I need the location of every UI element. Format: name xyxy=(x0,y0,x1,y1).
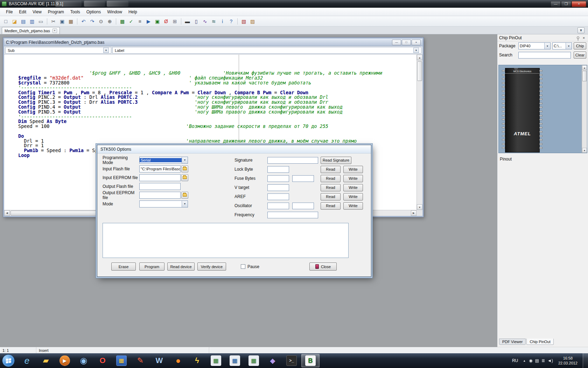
clear-search-button[interactable]: Clear xyxy=(574,52,586,59)
fuse-bytes-write-button[interactable]: Write xyxy=(343,175,363,182)
taskbar-command-prompt[interactable]: >_ xyxy=(282,354,301,367)
graph-viewer-button[interactable]: ∿ xyxy=(201,17,209,25)
taskbar-opera[interactable]: O xyxy=(93,354,112,367)
tray-expand-icon[interactable]: ▲ xyxy=(523,359,526,362)
simulate-button[interactable]: ▶ xyxy=(145,17,153,25)
taskbar-internet-explorer[interactable]: e xyxy=(18,354,36,367)
aref-field-1[interactable] xyxy=(267,193,289,200)
tab-list-button[interactable]: ▼ xyxy=(578,27,584,33)
pdf-viewer-button[interactable]: ▧ xyxy=(240,17,248,25)
aref-read-button[interactable]: Read xyxy=(321,193,341,200)
taskbar-total-commander[interactable]: ▦ xyxy=(112,354,131,367)
lcd-designer-button[interactable]: ▯ xyxy=(192,17,200,25)
print-button[interactable]: ▭ xyxy=(37,17,45,25)
taskbar-flash-utility[interactable]: ϟ xyxy=(188,354,206,367)
menu-file[interactable]: File xyxy=(3,8,16,15)
lock-byte-field-1[interactable] xyxy=(267,166,289,173)
scroll-left-icon[interactable]: ◀ xyxy=(4,210,10,216)
save-file-button[interactable]: ▤ xyxy=(19,17,27,25)
input-eeprom-file-input[interactable] xyxy=(139,174,181,181)
taskbar-clock[interactable]: 16:58 22.03.2012 xyxy=(558,356,578,366)
pdf-report-button[interactable]: ▨ xyxy=(248,17,257,25)
signature-field-1[interactable] xyxy=(267,157,318,164)
taskbar-avr-tool-1[interactable]: ▦ xyxy=(207,354,225,367)
dialog-title[interactable]: STK500 Options xyxy=(97,145,371,154)
menu-program[interactable]: Program xyxy=(45,8,67,15)
taskbar-avr-tool-2[interactable]: ▦ xyxy=(226,354,244,367)
oscillator-field-2[interactable] xyxy=(292,203,314,209)
frequency-field-1[interactable] xyxy=(267,212,318,218)
package-select[interactable]: DIP40 ▼ xyxy=(518,42,551,49)
chip-viewer-scrollbar[interactable]: ▲ ▼ xyxy=(582,65,587,153)
taskbar-avr-tool-3[interactable]: ▦ xyxy=(245,354,263,367)
panel-tab-chip-pinout[interactable]: Chip PinOut xyxy=(526,339,553,345)
label-selector[interactable]: Label ▼ xyxy=(112,47,421,54)
vertical-scroll-thumb[interactable] xyxy=(417,61,422,81)
fuse-bytes-read-button[interactable]: Read xyxy=(321,175,341,182)
v-target-field-1[interactable] xyxy=(267,184,289,191)
save-all-button[interactable]: ▥ xyxy=(28,17,36,25)
taskbar-media-player[interactable]: ▶ xyxy=(56,354,74,367)
compile-button[interactable]: ▩ xyxy=(118,17,126,25)
find-button[interactable]: ⊙ xyxy=(97,17,105,25)
help-button[interactable]: ? xyxy=(227,17,235,25)
input-eeprom-file-browse-button[interactable] xyxy=(181,174,188,181)
chevron-down-icon[interactable]: ▼ xyxy=(103,48,109,53)
stop-button[interactable]: Ø xyxy=(162,17,170,25)
input-flash-file-browse-button[interactable] xyxy=(181,165,188,172)
copy-button[interactable]: ▣ xyxy=(58,17,66,25)
show-result-button[interactable]: ≡ xyxy=(136,17,144,25)
menu-window[interactable]: Window xyxy=(104,8,125,15)
start-button[interactable] xyxy=(2,354,15,367)
close-button[interactable]: × xyxy=(572,1,586,7)
editor-vertical-scrollbar[interactable]: ▲ ▼ xyxy=(416,55,422,210)
pin-grid-button[interactable]: ⊞ xyxy=(171,17,179,25)
taskbar-graphics-editor[interactable]: ✎ xyxy=(131,354,149,367)
paste-button[interactable]: ▦ xyxy=(67,17,75,25)
sub-selector[interactable]: Sub ▼ xyxy=(5,47,111,54)
pin-panel-icon[interactable] xyxy=(577,36,579,39)
verify-device-button[interactable]: Verify device xyxy=(197,263,226,271)
erase-button[interactable]: Erase xyxy=(111,263,136,271)
menu-tools[interactable]: Tools xyxy=(67,8,83,15)
search-input[interactable] xyxy=(518,52,571,59)
show-desktop-button[interactable] xyxy=(583,353,588,368)
scroll-down-icon[interactable]: ▼ xyxy=(417,204,422,210)
mode-select[interactable]: ▼ xyxy=(139,200,188,207)
fuse-bytes-field-2[interactable] xyxy=(292,175,314,182)
chip-scroll-thumb[interactable] xyxy=(582,71,587,81)
chevron-down-icon[interactable]: ▼ xyxy=(182,201,188,207)
output-eeprom-file-input[interactable] xyxy=(139,192,181,199)
taskbar-windows-explorer[interactable]: ▰ xyxy=(37,354,55,367)
terminal-emulator-button[interactable]: ▬ xyxy=(183,17,191,25)
minimize-button[interactable]: — xyxy=(551,1,561,7)
oscillator-read-button[interactable]: Read xyxy=(321,202,341,210)
menu-help[interactable]: Help xyxy=(125,8,140,15)
tab-close-icon[interactable]: × xyxy=(52,28,57,33)
taskbar-bascom-avr[interactable]: B xyxy=(301,354,320,367)
editor-titlebar[interactable]: C:\Program Files\Bascom\Medlen_Dvizh_ptj… xyxy=(4,39,422,46)
panel-close-icon[interactable]: × xyxy=(581,36,586,40)
chip-path-select[interactable]: C:\... ▼ xyxy=(552,42,572,49)
signature-read-signature-button[interactable]: Read Signature xyxy=(321,157,351,164)
tray-window-icon[interactable]: ▤ xyxy=(535,358,539,363)
programming-mode-select[interactable]: Serial▼ xyxy=(139,157,188,164)
v-target-read-button[interactable]: Read xyxy=(321,184,341,191)
close-dialog-button[interactable]: Close xyxy=(309,263,337,271)
taskbar-chrome[interactable]: ◉ xyxy=(75,354,93,367)
aref-write-button[interactable]: Write xyxy=(343,193,363,200)
chevron-down-icon[interactable]: ▼ xyxy=(413,48,419,53)
input-flash-file-input[interactable]: "C:\Program Files\Basc xyxy=(139,165,181,172)
output-eeprom-file-browse-button[interactable] xyxy=(181,192,188,199)
chevron-down-icon[interactable]: ▼ xyxy=(566,43,572,49)
language-indicator[interactable]: RU xyxy=(510,357,520,364)
open-file-button[interactable]: ◪ xyxy=(10,17,19,25)
lock-byte-write-button[interactable]: Write xyxy=(343,166,363,173)
taskbar-word[interactable]: W xyxy=(150,354,168,367)
taskbar-firefox[interactable]: ● xyxy=(169,354,187,367)
panel-tab-pdf-viewer[interactable]: PDF Viewer xyxy=(499,339,526,345)
library-manager-button[interactable]: ≋ xyxy=(210,17,218,25)
tray-volume-icon[interactable]: ◄) xyxy=(547,358,553,363)
program-chip-button[interactable]: ▣ xyxy=(153,17,161,25)
v-target-write-button[interactable]: Write xyxy=(343,184,363,191)
